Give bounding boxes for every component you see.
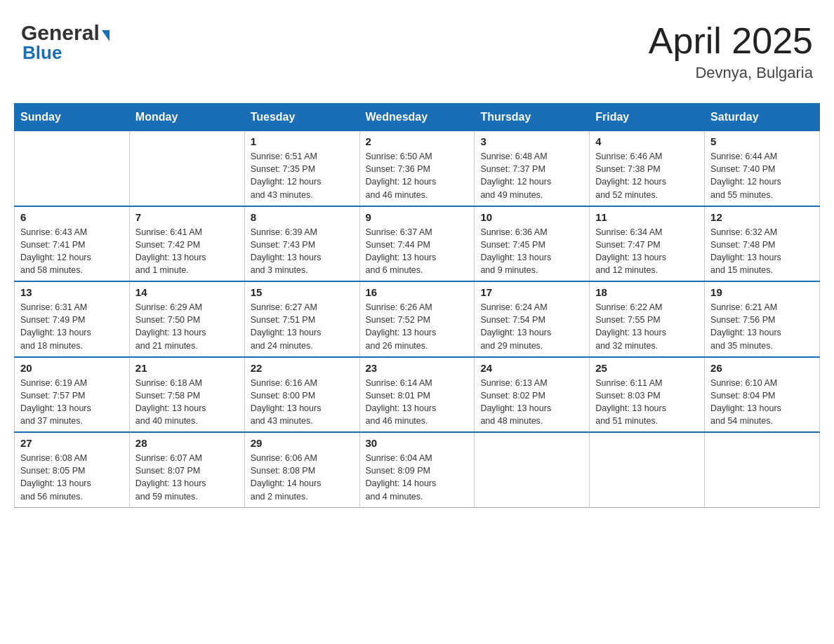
calendar-day-cell — [705, 432, 820, 507]
calendar-day-cell: 29Sunrise: 6:06 AM Sunset: 8:08 PM Dayli… — [244, 432, 359, 507]
day-info: Sunrise: 6:10 AM Sunset: 8:04 PM Dayligh… — [710, 377, 814, 428]
calendar-header: SundayMondayTuesdayWednesdayThursdayFrid… — [15, 104, 820, 131]
logo-general-text: General — [21, 21, 100, 45]
logo-triangle-icon — [102, 30, 110, 41]
calendar-day-cell: 16Sunrise: 6:26 AM Sunset: 7:52 PM Dayli… — [359, 281, 475, 357]
calendar-day-cell: 13Sunrise: 6:31 AM Sunset: 7:49 PM Dayli… — [15, 281, 130, 357]
day-info: Sunrise: 6:19 AM Sunset: 7:57 PM Dayligh… — [20, 377, 124, 428]
calendar-day-cell: 8Sunrise: 6:39 AM Sunset: 7:43 PM Daylig… — [244, 206, 359, 282]
day-number: 16 — [366, 286, 469, 298]
day-info: Sunrise: 6:16 AM Sunset: 8:00 PM Dayligh… — [251, 377, 354, 428]
calendar-day-cell — [129, 131, 244, 206]
day-info: Sunrise: 6:34 AM Sunset: 7:47 PM Dayligh… — [595, 226, 699, 277]
day-info: Sunrise: 6:44 AM Sunset: 7:40 PM Dayligh… — [710, 150, 814, 201]
day-number: 18 — [595, 286, 699, 298]
day-number: 29 — [251, 437, 354, 449]
day-info: Sunrise: 6:29 AM Sunset: 7:50 PM Dayligh… — [135, 301, 239, 352]
day-number: 1 — [251, 135, 354, 147]
day-info: Sunrise: 6:51 AM Sunset: 7:35 PM Dayligh… — [251, 150, 354, 201]
day-number: 14 — [135, 286, 239, 298]
calendar-day-cell: 30Sunrise: 6:04 AM Sunset: 8:09 PM Dayli… — [359, 432, 475, 507]
day-number: 27 — [20, 437, 124, 449]
day-info: Sunrise: 6:22 AM Sunset: 7:55 PM Dayligh… — [595, 301, 699, 352]
calendar-day-cell: 4Sunrise: 6:46 AM Sunset: 7:38 PM Daylig… — [590, 131, 705, 206]
day-number: 26 — [710, 362, 814, 374]
day-of-week-header: Thursday — [475, 104, 590, 131]
day-info: Sunrise: 6:41 AM Sunset: 7:42 PM Dayligh… — [135, 226, 239, 277]
day-info: Sunrise: 6:08 AM Sunset: 8:05 PM Dayligh… — [20, 452, 124, 503]
logo-blue-text: Blue — [22, 42, 110, 64]
logo: General Blue — [21, 21, 110, 64]
day-of-week-header: Monday — [129, 104, 244, 131]
day-info: Sunrise: 6:21 AM Sunset: 7:56 PM Dayligh… — [710, 301, 814, 352]
day-number: 22 — [251, 362, 354, 374]
calendar-day-cell: 20Sunrise: 6:19 AM Sunset: 7:57 PM Dayli… — [15, 357, 130, 433]
day-info: Sunrise: 6:06 AM Sunset: 8:08 PM Dayligh… — [251, 452, 354, 503]
calendar-day-cell: 12Sunrise: 6:32 AM Sunset: 7:48 PM Dayli… — [705, 206, 820, 282]
location-subtitle: Devnya, Bulgaria — [649, 64, 813, 82]
day-info: Sunrise: 6:18 AM Sunset: 7:58 PM Dayligh… — [135, 377, 239, 428]
calendar-day-cell — [590, 432, 705, 507]
day-number: 30 — [366, 437, 469, 449]
day-number: 17 — [480, 286, 583, 298]
calendar-week-row: 6Sunrise: 6:43 AM Sunset: 7:41 PM Daylig… — [15, 206, 820, 282]
calendar-day-cell: 22Sunrise: 6:16 AM Sunset: 8:00 PM Dayli… — [244, 357, 359, 433]
day-info: Sunrise: 6:13 AM Sunset: 8:02 PM Dayligh… — [480, 377, 583, 428]
day-number: 10 — [480, 211, 583, 223]
day-info: Sunrise: 6:50 AM Sunset: 7:36 PM Dayligh… — [366, 150, 469, 201]
day-info: Sunrise: 6:11 AM Sunset: 8:03 PM Dayligh… — [595, 377, 699, 428]
day-number: 19 — [710, 286, 814, 298]
day-info: Sunrise: 6:32 AM Sunset: 7:48 PM Dayligh… — [710, 226, 814, 277]
calendar-day-cell: 10Sunrise: 6:36 AM Sunset: 7:45 PM Dayli… — [475, 206, 590, 282]
calendar-day-cell: 15Sunrise: 6:27 AM Sunset: 7:51 PM Dayli… — [244, 281, 359, 357]
calendar-week-row: 13Sunrise: 6:31 AM Sunset: 7:49 PM Dayli… — [15, 281, 820, 357]
calendar-day-cell: 19Sunrise: 6:21 AM Sunset: 7:56 PM Dayli… — [705, 281, 820, 357]
day-info: Sunrise: 6:31 AM Sunset: 7:49 PM Dayligh… — [20, 301, 124, 352]
calendar-day-cell: 23Sunrise: 6:14 AM Sunset: 8:01 PM Dayli… — [359, 357, 475, 433]
day-number: 12 — [710, 211, 814, 223]
calendar-day-cell: 9Sunrise: 6:37 AM Sunset: 7:44 PM Daylig… — [359, 206, 475, 282]
calendar-day-cell — [15, 131, 130, 206]
day-number: 2 — [366, 135, 469, 147]
calendar-day-cell: 27Sunrise: 6:08 AM Sunset: 8:05 PM Dayli… — [15, 432, 130, 507]
calendar-day-cell: 28Sunrise: 6:07 AM Sunset: 8:07 PM Dayli… — [129, 432, 244, 507]
calendar-day-cell: 24Sunrise: 6:13 AM Sunset: 8:02 PM Dayli… — [475, 357, 590, 433]
calendar-week-row: 27Sunrise: 6:08 AM Sunset: 8:05 PM Dayli… — [15, 432, 820, 507]
day-number: 11 — [595, 211, 699, 223]
calendar-day-cell: 21Sunrise: 6:18 AM Sunset: 7:58 PM Dayli… — [129, 357, 244, 433]
day-of-week-header: Saturday — [705, 104, 820, 131]
calendar-day-cell: 5Sunrise: 6:44 AM Sunset: 7:40 PM Daylig… — [705, 131, 820, 206]
calendar-day-cell: 3Sunrise: 6:48 AM Sunset: 7:37 PM Daylig… — [475, 131, 590, 206]
day-number: 20 — [20, 362, 124, 374]
day-number: 15 — [251, 286, 354, 298]
calendar-day-cell: 1Sunrise: 6:51 AM Sunset: 7:35 PM Daylig… — [244, 131, 359, 206]
day-number: 5 — [710, 135, 814, 147]
day-info: Sunrise: 6:48 AM Sunset: 7:37 PM Dayligh… — [480, 150, 583, 201]
day-info: Sunrise: 6:26 AM Sunset: 7:52 PM Dayligh… — [366, 301, 469, 352]
day-number: 13 — [20, 286, 124, 298]
day-info: Sunrise: 6:07 AM Sunset: 8:07 PM Dayligh… — [135, 452, 239, 503]
calendar-day-cell: 2Sunrise: 6:50 AM Sunset: 7:36 PM Daylig… — [359, 131, 475, 206]
calendar-day-cell: 6Sunrise: 6:43 AM Sunset: 7:41 PM Daylig… — [15, 206, 130, 282]
calendar-table: SundayMondayTuesdayWednesdayThursdayFrid… — [14, 103, 820, 508]
day-info: Sunrise: 6:14 AM Sunset: 8:01 PM Dayligh… — [366, 377, 469, 428]
day-number: 8 — [251, 211, 354, 223]
calendar-day-cell: 7Sunrise: 6:41 AM Sunset: 7:42 PM Daylig… — [129, 206, 244, 282]
day-info: Sunrise: 6:37 AM Sunset: 7:44 PM Dayligh… — [366, 226, 469, 277]
day-of-week-header: Sunday — [15, 104, 130, 131]
calendar-day-cell: 18Sunrise: 6:22 AM Sunset: 7:55 PM Dayli… — [590, 281, 705, 357]
day-info: Sunrise: 6:46 AM Sunset: 7:38 PM Dayligh… — [595, 150, 699, 201]
calendar-day-cell: 14Sunrise: 6:29 AM Sunset: 7:50 PM Dayli… — [129, 281, 244, 357]
day-info: Sunrise: 6:43 AM Sunset: 7:41 PM Dayligh… — [20, 226, 124, 277]
day-info: Sunrise: 6:27 AM Sunset: 7:51 PM Dayligh… — [251, 301, 354, 352]
days-of-week-row: SundayMondayTuesdayWednesdayThursdayFrid… — [15, 104, 820, 131]
calendar-day-cell: 17Sunrise: 6:24 AM Sunset: 7:54 PM Dayli… — [475, 281, 590, 357]
day-of-week-header: Tuesday — [244, 104, 359, 131]
day-number: 25 — [595, 362, 699, 374]
day-of-week-header: Wednesday — [359, 104, 475, 131]
calendar-day-cell — [475, 432, 590, 507]
calendar-week-row: 20Sunrise: 6:19 AM Sunset: 7:57 PM Dayli… — [15, 357, 820, 433]
day-of-week-header: Friday — [590, 104, 705, 131]
day-info: Sunrise: 6:04 AM Sunset: 8:09 PM Dayligh… — [366, 452, 469, 503]
page-header: General Blue April 2025 Devnya, Bulgaria — [14, 14, 820, 89]
